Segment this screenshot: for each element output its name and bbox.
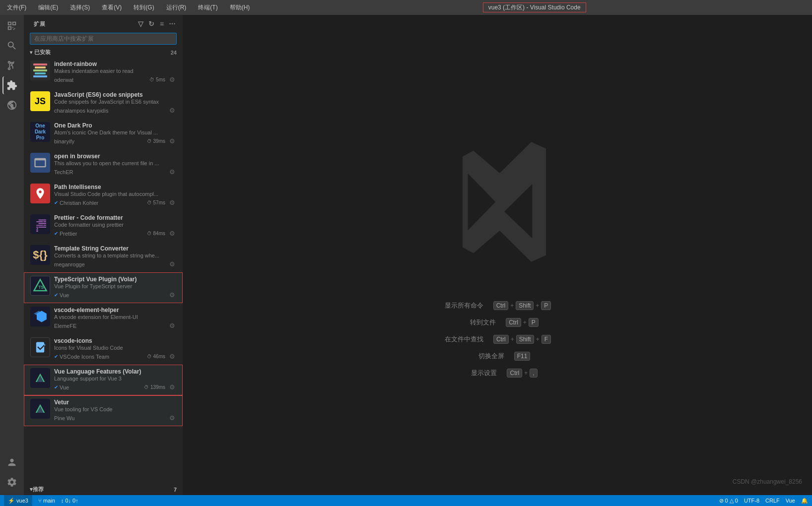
activity-settings[interactable] (3, 473, 21, 491)
shortcut-keys: F11 (514, 352, 531, 361)
activity-remote[interactable] (3, 96, 21, 114)
ext-settings-gear[interactable]: ⚙ (168, 382, 176, 392)
extension-search-input[interactable] (30, 33, 177, 45)
ext-desc: Makes indentation easier to read (54, 68, 176, 74)
shortcut-label: 转到文件 (456, 318, 496, 327)
ext-name: JavaScript (ES6) code snippets (54, 91, 176, 98)
list-item[interactable]: Path Intellisense Visual Studio Code plu… (24, 180, 183, 211)
ext-author: ✔ Prettier (54, 231, 77, 237)
status-bar-right: ⊘ 0 △ 0 UTF-8 CRLF Vue 🔔 (719, 498, 808, 504)
ext-settings-gear[interactable]: ⚙ (168, 106, 176, 115)
ext-name: TypeScript Vue Plugin (Volar) (54, 276, 176, 283)
ext-settings-gear[interactable]: ⚙ (168, 229, 176, 238)
list-item[interactable]: OneDarkPro One Dark Pro Atom's iconic On… (24, 119, 183, 149)
key-separator: + (524, 370, 528, 377)
ext-info: Vetur Vue tooling for VS Code Pine Wu ⚙ (54, 399, 176, 423)
activity-search[interactable] (3, 37, 21, 55)
recommend-section-header[interactable]: ▾ 推荐 7 (24, 484, 183, 495)
activity-bar (0, 15, 24, 495)
menu-file[interactable]: 文件(F) (4, 2, 29, 13)
ext-settings-gear[interactable]: ⚙ (168, 136, 176, 146)
shortcut-label: 显示设置 (457, 369, 497, 378)
shortcut-row: 在文件中查找 Ctrl+Shift+F (444, 335, 551, 344)
ext-settings-gear[interactable]: ⚙ (168, 75, 176, 84)
verified-badge: ✔ (54, 384, 58, 390)
list-item[interactable]: Prettier - Code formatter Code formatter… (24, 211, 183, 242)
ext-actions: ⏱ 39ms ⚙ (147, 136, 176, 146)
ext-info: Vue Language Features (Volar) Language s… (54, 368, 176, 392)
views-icon[interactable]: ≡ (159, 19, 165, 29)
filter-icon[interactable]: ▽ (137, 19, 145, 29)
installed-count: 24 (171, 50, 177, 56)
list-item[interactable]: vscode-icons Icons for Visual Studio Cod… (24, 334, 183, 365)
activity-explorer[interactable] (3, 17, 21, 35)
menu-goto[interactable]: 转到(G) (131, 2, 157, 13)
ext-settings-gear[interactable]: ⚙ (168, 413, 176, 423)
status-language[interactable]: Vue (786, 498, 795, 504)
ext-desc: Vue tooling for VS Code (54, 406, 176, 412)
ext-settings-gear[interactable]: ⚙ (168, 321, 176, 330)
menu-view[interactable]: 查看(V) (99, 2, 125, 13)
recommend-label: 推荐 (33, 486, 44, 493)
key-separator: + (511, 336, 514, 343)
list-item[interactable]: Vue Language Features (Volar) Language s… (24, 365, 183, 395)
status-remote[interactable]: ⚡ vue3 (4, 495, 32, 506)
list-item[interactable]: TS TypeScript Vue Plugin (Volar) Vue Plu… (24, 272, 183, 303)
ext-actions: ⚙ (168, 167, 176, 177)
ext-settings-gear[interactable]: ⚙ (168, 290, 176, 300)
menu-help[interactable]: 帮助(H) (227, 2, 253, 13)
menu-terminal[interactable]: 终端(T) (195, 2, 220, 13)
shortcut-key: Ctrl (507, 369, 522, 378)
shortcut-key: F11 (514, 352, 531, 361)
ext-actions: ⏱ 139ms ⚙ (144, 382, 176, 392)
ext-author: Pine Wu (54, 415, 74, 421)
ext-actions: ⚙ (168, 106, 176, 115)
shortcut-row: 显示所有命令 Ctrl+Shift+P (444, 301, 551, 310)
ext-desc: Vue Plugin for TypeScript server (54, 283, 176, 289)
shortcut-label: 切换全屏 (465, 352, 504, 361)
ext-info: open in browser This allows you to open … (54, 153, 176, 177)
ext-desc: Language support for Vue 3 (54, 376, 176, 381)
activity-extensions[interactable] (2, 76, 20, 94)
activity-source-control[interactable] (3, 57, 21, 74)
ext-desc: Visual Studio Code plugin that autocompl… (54, 191, 176, 197)
menu-run[interactable]: 运行(R) (163, 2, 190, 13)
refresh-icon[interactable]: ↻ (147, 19, 156, 29)
ext-settings-gear[interactable]: ⚙ (168, 167, 176, 177)
menu-bar[interactable]: 文件(F) 编辑(E) 选择(S) 查看(V) 转到(G) 运行(R) 终端(T… (4, 2, 253, 13)
ext-actions: ⚙ (168, 413, 176, 423)
ext-settings-gear[interactable]: ⚙ (168, 259, 176, 269)
list-item[interactable]: JS JavaScript (ES6) code snippets Code s… (24, 88, 183, 119)
activity-account[interactable] (3, 453, 21, 471)
ext-footer: Pine Wu ⚙ (54, 413, 176, 423)
list-item[interactable]: vscode-element-helper A vscode extension… (24, 303, 183, 334)
ext-footer: charalampos karypidis ⚙ (54, 106, 176, 115)
ext-actions: ⚙ (168, 259, 176, 269)
status-encoding[interactable]: UTF-8 (744, 498, 759, 504)
list-item[interactable]: open in browser This allows you to open … (24, 149, 183, 180)
ext-settings-gear[interactable]: ⚙ (168, 352, 176, 361)
status-errors[interactable]: ⊘ 0 △ 0 (719, 498, 738, 504)
ext-footer: ✔ Vue ⏱ 139ms ⚙ (54, 382, 176, 392)
ext-author: TechER (54, 169, 73, 175)
ext-name: indent-rainbow (54, 61, 176, 67)
shortcut-key: Ctrl (493, 301, 509, 310)
menu-edit[interactable]: 编辑(E) (35, 2, 61, 13)
list-item[interactable]: Vetur Vue tooling for VS Code Pine Wu ⚙ (24, 395, 183, 426)
menu-select[interactable]: 选择(S) (67, 2, 93, 13)
list-item[interactable]: ${} Template String Converter Converts a… (24, 242, 183, 272)
status-sync[interactable]: ↕ 0↓ 0↑ (61, 498, 78, 504)
shortcut-key: P (541, 301, 551, 310)
list-item[interactable]: indent-rainbow Makes indentation easier … (24, 57, 183, 88)
key-separator: + (536, 336, 540, 343)
installed-section-header[interactable]: ▾ 已安装 24 (24, 48, 183, 57)
shortcut-label: 在文件中查找 (444, 335, 483, 344)
ext-desc: Code formatter using prettier (54, 222, 176, 228)
ext-settings-gear[interactable]: ⚙ (168, 198, 176, 207)
more-actions-icon[interactable]: ··· (168, 19, 177, 29)
main-content: 显示所有命令 Ctrl+Shift+P 转到文件 Ctrl+P 在文件中查找 C… (183, 15, 812, 495)
status-git-branch[interactable]: ⑂ main (38, 498, 55, 504)
ext-name: Vetur (54, 399, 176, 406)
status-notifications[interactable]: 🔔 (801, 498, 808, 504)
status-eol[interactable]: CRLF (765, 498, 780, 504)
